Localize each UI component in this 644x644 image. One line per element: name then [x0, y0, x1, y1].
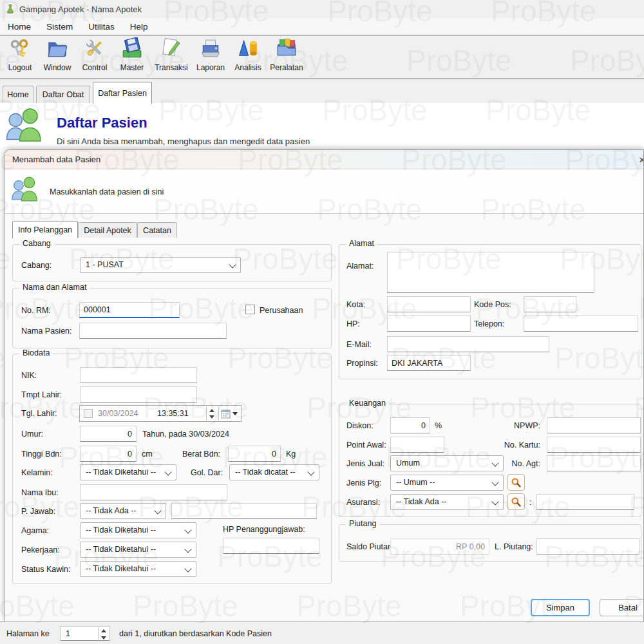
- umur-input[interactable]: [80, 426, 137, 442]
- save-button[interactable]: Simpan: [531, 599, 590, 616]
- toolbar-peralatan[interactable]: Peralatan: [267, 35, 307, 79]
- tools-icon: [84, 37, 106, 62]
- umur-label: Umur:: [21, 430, 43, 439]
- tinggi-label: Tinggi Bdn:: [21, 450, 62, 459]
- perusahaan-checkbox[interactable]: [245, 305, 255, 314]
- email-input[interactable]: [387, 336, 549, 352]
- status-bar: Halaman ke 1 dari 1, diurutkan berdasark…: [0, 621, 644, 644]
- jenis-jual-value: Umum: [396, 459, 420, 468]
- diskon-input[interactable]: [390, 417, 430, 433]
- jenis-plg-search-button[interactable]: [507, 474, 525, 491]
- toolbar-master[interactable]: Master: [113, 35, 151, 79]
- cancel-button[interactable]: Batal: [600, 599, 644, 616]
- asuransi-no-input[interactable]: [536, 494, 634, 510]
- asuransi-select[interactable]: -- Tidak Ada --: [390, 494, 504, 510]
- dialog-intro: Masukkanlah data pasien di sini: [5, 169, 643, 214]
- group-title: Alamat: [346, 239, 377, 248]
- toolbar-laporan[interactable]: Laporan: [192, 35, 229, 79]
- menu-sistem[interactable]: Sistem: [39, 18, 80, 35]
- kota-input[interactable]: [387, 296, 471, 312]
- l-piutang-input[interactable]: [536, 538, 639, 554]
- pekerjaan-select[interactable]: -- Tidak Diketahui --: [80, 542, 196, 558]
- gol-dar-select[interactable]: -- Tidak dicatat --: [229, 464, 319, 480]
- formtab-info-pelanggan[interactable]: Info Pelanggan: [12, 221, 78, 238]
- no-rm-input[interactable]: [79, 302, 180, 318]
- formtab-detail-apotek[interactable]: Detail Apotek: [78, 222, 137, 238]
- point-awal-input[interactable]: [390, 437, 444, 453]
- tab-daftar-pasien[interactable]: Daftar Pasien: [93, 82, 152, 104]
- tmpt-lahir-input[interactable]: [80, 386, 197, 402]
- toolbar-analisis[interactable]: Analisis: [229, 35, 267, 79]
- patients-icon-small: [11, 176, 39, 205]
- tinggi-unit: cm: [142, 450, 153, 459]
- nama-pasien-label: Nama Pasien:: [21, 327, 72, 336]
- no-agt-input[interactable]: [547, 455, 641, 471]
- flask-icon: [5, 4, 15, 14]
- group-title: Nama dan Alamat: [19, 283, 90, 292]
- cabang-select[interactable]: 1 - PUSAT: [80, 257, 241, 273]
- propinsi-input[interactable]: [387, 355, 471, 371]
- nama-ibu-input[interactable]: [80, 484, 227, 500]
- toolbar-transaksi[interactable]: Transaksi: [151, 35, 192, 79]
- calendar-button[interactable]: [218, 406, 240, 421]
- jenis-plg-value: -- Umum --: [396, 478, 435, 487]
- tab-home[interactable]: Home: [3, 86, 33, 103]
- search-icon: [511, 477, 522, 488]
- alamat-textarea[interactable]: [387, 252, 594, 293]
- p-jawab-select[interactable]: -- Tidak Ada --: [80, 503, 166, 519]
- berat-input[interactable]: [228, 446, 281, 462]
- tmpt-lahir-label: Tmpt Lahir:: [21, 390, 62, 399]
- cabang-label: Cabang:: [21, 261, 52, 270]
- telepon-input[interactable]: [524, 316, 638, 332]
- kelamin-label: Kelamin:: [21, 468, 53, 477]
- l-piutang-label: L. Piutang:: [495, 542, 533, 551]
- jenis-plg-select[interactable]: -- Umum --: [390, 475, 504, 491]
- group-title: Keuangan: [346, 399, 389, 408]
- tab-daftar-obat[interactable]: Daftar Obat: [36, 86, 90, 103]
- group-title: Piutang: [346, 519, 379, 528]
- note-pencil-icon: [160, 37, 182, 62]
- page-spinner-arrows[interactable]: [98, 627, 109, 641]
- tinggi-input[interactable]: [80, 446, 137, 462]
- umur-suffix: Tahun, pada 30/03/2024: [142, 430, 229, 439]
- menu-home[interactable]: Home: [0, 18, 39, 35]
- menu-utilitas[interactable]: Utilitas: [80, 18, 122, 35]
- pekerjaan-value: -- Tidak Diketahui --: [86, 545, 156, 554]
- kelamin-select[interactable]: -- Tidak Diketahui --: [80, 464, 176, 480]
- tgl-lahir-picker[interactable]: 30/03/2024 13:35:31: [79, 405, 242, 422]
- time-value: 13:35:31: [157, 409, 189, 418]
- nama-pasien-input[interactable]: [79, 323, 227, 339]
- hp-input[interactable]: [387, 316, 471, 332]
- titlebar: Gampang Apotek - Nama Apotek: [0, 0, 644, 18]
- menubar: Home Sistem Utilitas Help: [0, 18, 644, 35]
- hp-pj-input[interactable]: [223, 538, 319, 554]
- no-kartu-input[interactable]: [547, 437, 641, 453]
- window-title: Gampang Apotek - Nama Apotek: [19, 5, 142, 14]
- agama-select[interactable]: -- Tidak Diketahui --: [80, 522, 196, 538]
- status-kawin-select[interactable]: -- Tidak Diketahui --: [80, 561, 196, 577]
- dialog-titlebar[interactable]: Menambah data Pasien ✕: [5, 150, 643, 169]
- no-kartu-label: No. Kartu:: [484, 440, 540, 450]
- p-jawab-value: -- Tidak Ada --: [86, 506, 137, 515]
- toolbar-control[interactable]: Control: [76, 35, 113, 79]
- formtab-catatan[interactable]: Catatan: [137, 222, 177, 238]
- toolbar-label: Logout: [8, 63, 32, 72]
- toolbar-window[interactable]: Window: [39, 35, 76, 79]
- p-jawab-name-input[interactable]: [171, 503, 317, 519]
- dialog-intro-text: Masukkanlah data pasien di sini: [50, 187, 164, 196]
- berat-unit: Kg: [286, 450, 296, 459]
- date-enable-checkbox[interactable]: [84, 409, 93, 418]
- chevron-down-icon: [491, 478, 498, 486]
- nik-input[interactable]: [80, 367, 197, 383]
- time-spinner[interactable]: [206, 406, 218, 421]
- menu-help[interactable]: Help: [122, 18, 156, 35]
- close-icon[interactable]: ✕: [636, 153, 644, 166]
- asuransi-search-button[interactable]: [507, 493, 525, 510]
- npwp-input[interactable]: [547, 417, 641, 433]
- page-number-spinner[interactable]: 1: [60, 626, 110, 641]
- date-value: 30/03/2024: [98, 409, 138, 418]
- toolbar-logout[interactable]: Logout: [1, 35, 39, 79]
- saldo-piutang-field: [390, 538, 489, 554]
- berat-label: Berat Bdn:: [182, 450, 220, 459]
- kode-pos-input[interactable]: [524, 296, 576, 312]
